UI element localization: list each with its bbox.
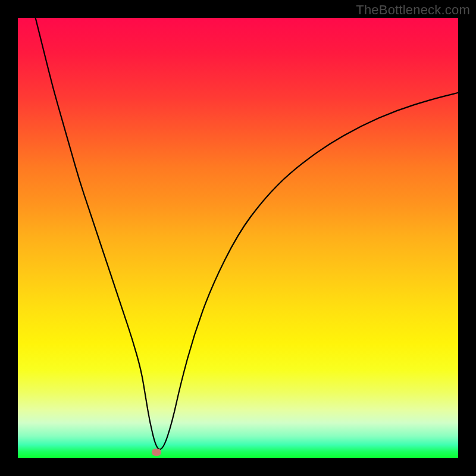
- plot-area: [18, 18, 458, 458]
- watermark-text: TheBottleneck.com: [356, 2, 470, 18]
- bottleneck-curve: [18, 18, 458, 458]
- chart-container: TheBottleneck.com: [0, 0, 476, 476]
- minimum-marker: [152, 449, 161, 456]
